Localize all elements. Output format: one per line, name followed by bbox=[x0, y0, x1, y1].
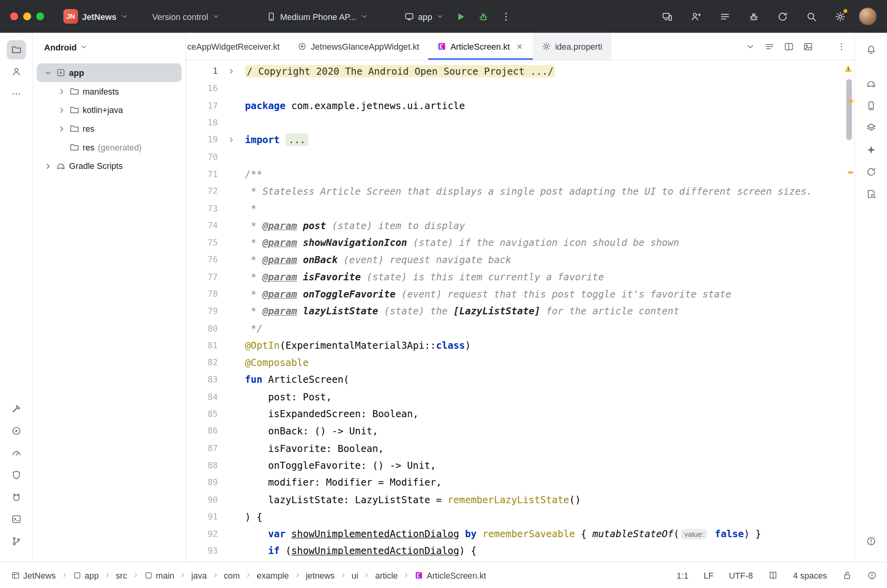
caret-position[interactable]: 1:1 bbox=[677, 570, 688, 580]
running-devices-button[interactable] bbox=[861, 118, 880, 137]
problems-button[interactable] bbox=[861, 532, 880, 551]
line-number[interactable]: 18 bbox=[186, 118, 218, 128]
line-number[interactable]: 78 bbox=[186, 289, 218, 299]
tab-ceappwidgetreceiver-kt[interactable]: ceAppWidgetReceiver.kt bbox=[186, 33, 289, 60]
app-link-assistant-button[interactable] bbox=[861, 162, 880, 181]
commit-tool-button[interactable] bbox=[7, 62, 26, 81]
run-button[interactable] bbox=[451, 6, 471, 27]
line-separator[interactable]: LF bbox=[704, 570, 713, 580]
line-number[interactable]: 81 bbox=[186, 341, 218, 351]
minimize-window-button[interactable] bbox=[23, 13, 31, 20]
find-tool-button[interactable] bbox=[861, 185, 880, 204]
tab-list-button[interactable] bbox=[745, 41, 755, 51]
scrollbar-warning-mark[interactable] bbox=[848, 100, 853, 102]
fold-chevron-icon[interactable] bbox=[227, 136, 235, 144]
run-tool-button[interactable] bbox=[7, 421, 26, 441]
project-view-selector[interactable]: Android bbox=[33, 33, 186, 61]
line-number[interactable]: 70 bbox=[186, 152, 218, 162]
split-editor-button[interactable] bbox=[784, 41, 794, 51]
tree-item-res[interactable]: res(generated) bbox=[37, 138, 181, 157]
tab-idea-properti[interactable]: idea.properti bbox=[533, 33, 611, 60]
tab-jetnewsglanceappwidget-kt[interactable]: JetnewsGlanceAppWidget.kt bbox=[289, 33, 428, 60]
line-number[interactable]: 19 bbox=[186, 135, 218, 145]
app-quality-insights-button[interactable] bbox=[7, 465, 26, 484]
ai-debug-button[interactable] bbox=[743, 6, 764, 27]
line-number[interactable]: 83 bbox=[186, 375, 218, 385]
fullscreen-window-button[interactable] bbox=[36, 13, 44, 20]
chevron-right-icon[interactable] bbox=[43, 161, 52, 170]
chevron-down-icon[interactable] bbox=[43, 68, 52, 77]
sync-button[interactable] bbox=[772, 6, 792, 27]
line-number[interactable]: 17 bbox=[186, 100, 218, 111]
tree-item-app[interactable]: app bbox=[37, 63, 181, 82]
line-number[interactable]: 73 bbox=[186, 203, 218, 213]
reader-mode-icon[interactable] bbox=[768, 570, 778, 580]
line-number[interactable]: 75 bbox=[186, 238, 218, 248]
line-number[interactable]: 16 bbox=[186, 83, 218, 93]
inspections-warning-icon[interactable] bbox=[844, 65, 853, 73]
code-area[interactable]: 1/ Copyright 2020 The Android Open Sourc… bbox=[186, 61, 854, 562]
analysis-status-icon[interactable] bbox=[867, 570, 877, 580]
close-icon[interactable] bbox=[515, 42, 524, 51]
more-editor-actions-button[interactable] bbox=[837, 41, 846, 51]
chevron-right-icon[interactable] bbox=[57, 87, 66, 96]
scrollbar-thumb[interactable] bbox=[846, 79, 852, 140]
preview-layout-button[interactable] bbox=[803, 41, 813, 51]
line-number[interactable]: 80 bbox=[186, 323, 218, 333]
profiler-tool-button[interactable] bbox=[7, 443, 26, 463]
line-number[interactable]: 77 bbox=[186, 272, 218, 282]
device-selector[interactable]: Medium Phone AP... bbox=[262, 8, 373, 25]
chevron-right-icon[interactable] bbox=[57, 124, 66, 133]
terminal-tool-button[interactable] bbox=[7, 509, 26, 529]
breadcrumb-article[interactable]: article bbox=[375, 570, 398, 580]
version-control-tool-button[interactable] bbox=[7, 532, 26, 551]
fold-gutter[interactable] bbox=[218, 136, 245, 144]
line-number[interactable]: 85 bbox=[186, 409, 218, 419]
breadcrumb-jetnews[interactable]: JetNews bbox=[11, 570, 56, 580]
vcs-widget[interactable]: Version control bbox=[147, 8, 224, 25]
scrollbar-warning-mark[interactable] bbox=[848, 171, 853, 174]
line-number[interactable]: 90 bbox=[186, 495, 218, 505]
settings-button[interactable] bbox=[830, 6, 850, 27]
indent-size[interactable]: 4 spaces bbox=[793, 570, 827, 580]
avatar[interactable] bbox=[859, 7, 877, 25]
editor-scrollbar[interactable] bbox=[843, 61, 854, 562]
search-structurally-button[interactable] bbox=[715, 6, 735, 27]
device-streaming-button[interactable] bbox=[657, 6, 677, 27]
breadcrumb-jetnews[interactable]: jetnews bbox=[306, 570, 335, 580]
file-encoding[interactable]: UTF-8 bbox=[729, 570, 753, 580]
gemini-assistant-button[interactable] bbox=[861, 140, 880, 160]
breadcrumb-ui[interactable]: ui bbox=[352, 570, 358, 580]
chevron-right-icon[interactable] bbox=[57, 106, 66, 115]
editor-options-button[interactable] bbox=[765, 41, 775, 51]
line-number[interactable]: 72 bbox=[186, 186, 218, 196]
line-number[interactable]: 71 bbox=[186, 169, 218, 179]
build-tool-button[interactable] bbox=[7, 399, 26, 418]
line-number[interactable]: 92 bbox=[186, 529, 218, 539]
project-widget[interactable]: JN JetNews bbox=[59, 5, 133, 27]
breadcrumb-java[interactable]: java bbox=[191, 570, 207, 580]
tree-item-manifests[interactable]: manifests bbox=[37, 82, 181, 101]
breadcrumb-app[interactable]: app bbox=[73, 570, 99, 580]
tree-item-kotlin-java[interactable]: kotlin+java bbox=[37, 100, 181, 119]
line-number[interactable]: 82 bbox=[186, 357, 218, 368]
run-configuration-selector[interactable]: app bbox=[400, 8, 449, 25]
tree-item-gradle-scripts[interactable]: Gradle Scripts bbox=[37, 157, 181, 176]
breadcrumb-articlescreen-kt[interactable]: ArticleScreen.kt bbox=[415, 570, 486, 580]
line-number[interactable]: 1 bbox=[186, 66, 218, 76]
breadcrumb-example[interactable]: example bbox=[257, 570, 289, 580]
device-manager-button[interactable] bbox=[861, 96, 880, 115]
notifications-button[interactable] bbox=[861, 40, 880, 59]
line-number[interactable]: 88 bbox=[186, 460, 218, 470]
line-number[interactable]: 87 bbox=[186, 443, 218, 454]
code-with-me-button[interactable] bbox=[686, 6, 706, 27]
tab-articlescreen-kt[interactable]: ArticleScreen.kt bbox=[428, 33, 533, 60]
logcat-tool-button[interactable] bbox=[7, 488, 26, 507]
search-everywhere-button[interactable] bbox=[801, 6, 821, 27]
debug-button[interactable] bbox=[474, 6, 494, 27]
fold-chevron-icon[interactable] bbox=[227, 67, 235, 75]
line-number[interactable]: 84 bbox=[186, 392, 218, 402]
line-number[interactable]: 91 bbox=[186, 512, 218, 522]
line-number[interactable]: 86 bbox=[186, 426, 218, 436]
line-number[interactable]: 74 bbox=[186, 220, 218, 231]
